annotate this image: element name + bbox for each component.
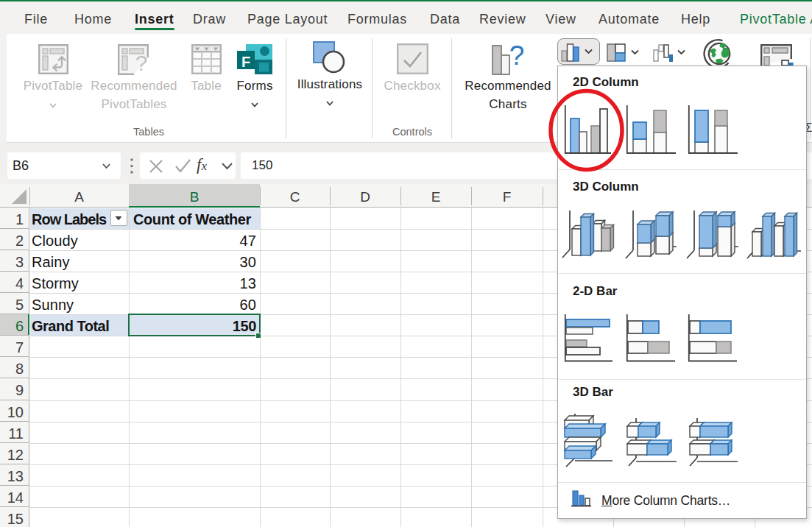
svg-text:?: ? (509, 40, 525, 71)
svg-text:?: ? (135, 51, 148, 75)
svg-text:F: F (241, 54, 250, 70)
